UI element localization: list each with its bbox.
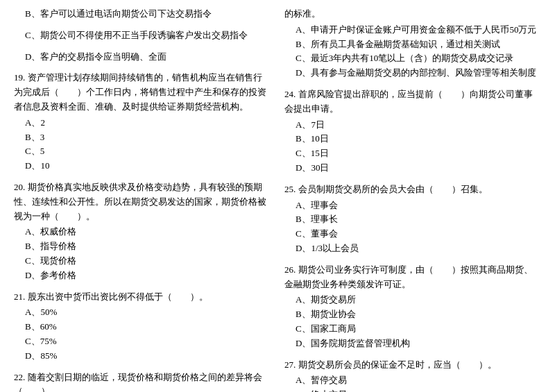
- q21-opt-b: B、60%: [14, 320, 271, 334]
- q23-opt-d: D、具有参与金融期货交易的内部控制、风险管理等相关制度: [284, 66, 541, 80]
- q25-opt-d: D、1/3以上会员: [284, 241, 541, 256]
- question-20: 20. 期货价格真实地反映供求及价格变动趋势，具有较强的预期性、连续性和公开性。…: [14, 180, 271, 283]
- q26-opt-d: D、国务院期货监督管理机构: [284, 336, 541, 351]
- q21-opt-a: A、50%: [14, 305, 271, 320]
- q19-body: 资产管理计划存续期间持续销售的，销售机构应当在销售行为完成后（ ）个工作日内，将…: [14, 72, 266, 112]
- q27-text: 27. 期货交易所会员的保证金不足时，应当（ ）。: [284, 358, 541, 373]
- q20-opt-d: D、参考价格: [14, 269, 271, 283]
- q27-opt-a: A、暂停交易: [284, 373, 541, 388]
- q19-opt-a: A、2: [14, 116, 271, 130]
- q21-body: 股东出资中货币出资比例不得低于（ ）。: [28, 291, 208, 302]
- q23-opt-a: A、申请开户时保证金账户可用资金金额不低于人民币50万元: [284, 23, 541, 37]
- option-b-block: B、客户可以通过电话向期货公司下达交易指令: [14, 7, 271, 22]
- q26-opt-c: C、国家工商局: [284, 322, 541, 336]
- q22-text: 22. 随着交割日期的临近，现货价格和期货价格之间的差异将会（ ）。: [14, 370, 271, 392]
- q26-opt-a: A、期货交易所: [284, 293, 541, 307]
- q26-body: 期货公司业务实行许可制度，由（ ）按照其商品期货、金融期货业务种类颁发许可证。: [284, 264, 533, 289]
- question-22: 22. 随着交割日期的临近，现货价格和期货价格之间的差异将会（ ）。 A、逐渐增…: [14, 370, 271, 392]
- q26-number: 26.: [284, 264, 296, 275]
- q22-number: 22.: [14, 372, 25, 382]
- q20-opt-c: C、现货价格: [14, 254, 271, 269]
- q21-opt-d: D、85%: [14, 349, 271, 364]
- q19-opt-b: B、3: [14, 130, 271, 145]
- q25-opt-b: B、理事长: [284, 212, 541, 227]
- q20-text: 20. 期货价格真实地反映供求及价格变动趋势，具有较强的预期性、连续性和公开性。…: [14, 180, 271, 223]
- option-c-block: C、期货公司不得使用不正当手段诱骗客户发出交易指令: [14, 28, 271, 43]
- question-19: 19. 资产管理计划存续期间持续销售的，销售机构应当在销售行为完成后（ ）个工作…: [14, 71, 271, 173]
- q26-text: 26. 期货公司业务实行许可制度，由（ ）按照其商品期货、金融期货业务种类颁发许…: [284, 263, 541, 292]
- page-content: B、客户可以通过电话向期货公司下达交易指令 C、期货公司不得使用不正当手段诱骗客…: [14, 7, 541, 392]
- q19-text: 19. 资产管理计划存续期间持续销售的，销售机构应当在销售行为完成后（ ）个工作…: [14, 71, 271, 114]
- q20-opt-b: B、指导价格: [14, 239, 271, 254]
- left-column: B、客户可以通过电话向期货公司下达交易指令 C、期货公司不得使用不正当手段诱骗客…: [14, 7, 271, 392]
- q24-opt-b: B、10日: [284, 132, 541, 146]
- q27-opt-b: B、终止交易: [284, 388, 541, 392]
- q26-opt-b: B、期货业协会: [284, 307, 541, 322]
- q25-body: 会员制期货交易所的会员大会由（ ）召集。: [298, 184, 488, 194]
- q23-standard-intro: 的标准。 A、申请开户时保证金账户可用资金金额不低于人民币50万元 B、所有员工…: [284, 7, 541, 80]
- q24-opt-c: C、15日: [284, 146, 541, 161]
- q25-opt-c: C、董事会: [284, 227, 541, 241]
- question-25: 25. 会员制期货交易所的会员大会由（ ）召集。 A、理事会 B、理事长 C、董…: [284, 182, 541, 256]
- q20-body: 期货价格真实地反映供求及价格变动趋势，具有较强的预期性、连续性和公开性。所以在期…: [14, 182, 266, 221]
- q21-number: 21.: [14, 291, 25, 302]
- q24-body: 首席风险官提出辞职的，应当提前（ ）向期货公司董事会提出申请。: [284, 89, 533, 114]
- question-26: 26. 期货公司业务实行许可制度，由（ ）按照其商品期货、金融期货业务种类颁发许…: [284, 263, 541, 351]
- q19-opt-d: D、10: [14, 159, 271, 173]
- q23-opt-b: B、所有员工具备金融期货基础知识，通过相关测试: [284, 37, 541, 52]
- option-d: D、客户的交易指令应当明确、全面: [14, 50, 271, 65]
- q25-number: 25.: [284, 184, 296, 194]
- question-21: 21. 股东出资中货币出资比例不得低于（ ）。 A、50% B、60% C、75…: [14, 290, 271, 364]
- q20-number: 20.: [14, 182, 25, 192]
- q21-opt-c: C、75%: [14, 334, 271, 349]
- q23-opt-c: C、最近3年内共有10笔以上（含）的期货交易成交记录: [284, 51, 541, 66]
- q20-opt-a: A、权威价格: [14, 225, 271, 239]
- q24-opt-a: A、7日: [284, 118, 541, 133]
- q22-body: 随着交割日期的临近，现货价格和期货价格之间的差异将会（ ）。: [14, 372, 262, 392]
- q25-text: 25. 会员制期货交易所的会员大会由（ ）召集。: [284, 182, 541, 197]
- right-column: 的标准。 A、申请开户时保证金账户可用资金金额不低于人民币50万元 B、所有员工…: [284, 7, 541, 392]
- q24-text: 24. 首席风险官提出辞职的，应当提前（ ）向期货公司董事会提出申请。: [284, 87, 541, 117]
- option-b: B、客户可以通过电话向期货公司下达交易指令: [14, 7, 271, 22]
- option-c: C、期货公司不得使用不正当手段诱骗客户发出交易指令: [14, 28, 271, 43]
- q24-number: 24.: [284, 89, 296, 99]
- q27-number: 27.: [284, 359, 296, 370]
- q19-number: 19.: [14, 72, 25, 83]
- question-24: 24. 首席风险官提出辞职的，应当提前（ ）向期货公司董事会提出申请。 A、7日…: [284, 87, 541, 176]
- q25-opt-a: A、理事会: [284, 198, 541, 213]
- q24-opt-d: D、30日: [284, 161, 541, 176]
- option-d-block: D、客户的交易指令应当明确、全面: [14, 50, 271, 65]
- q21-text: 21. 股东出资中货币出资比例不得低于（ ）。: [14, 290, 271, 305]
- standard-text: 的标准。: [284, 7, 541, 22]
- q19-opt-c: C、5: [14, 144, 271, 159]
- question-27: 27. 期货交易所会员的保证金不足时，应当（ ）。 A、暂停交易 B、终止交易 …: [284, 358, 541, 392]
- q27-body: 期货交易所会员的保证金不足时，应当（ ）。: [298, 359, 497, 370]
